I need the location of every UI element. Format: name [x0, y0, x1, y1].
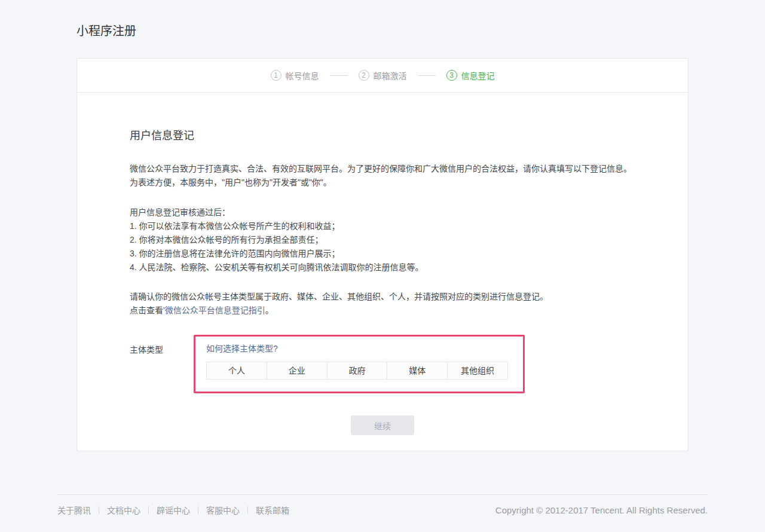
footer: 关于腾讯 文档中心 辟谣中心 客服中心 联系邮箱 Copyright © 201…: [57, 494, 708, 516]
continue-button[interactable]: 继续: [351, 415, 414, 435]
footer-link-service-center[interactable]: 客服中心: [206, 504, 240, 516]
view-prefix: 点击查看': [130, 305, 165, 315]
card-body: 用户信息登记 微信公众平台致力于打造真实、合法、有效的互联网平台。为了更好的保障…: [77, 93, 688, 451]
tab-government[interactable]: 政府: [327, 362, 387, 379]
copyright: Copyright © 2012-2017 Tencent. All Right…: [495, 505, 708, 515]
step-email-activation: 2 邮箱激活: [359, 69, 407, 81]
intro-line-1: 微信公众平台致力于打造真实、合法、有效的互联网平台。为了更好的保障你和广大微信用…: [130, 164, 632, 173]
tab-other-org[interactable]: 其他组织: [447, 362, 507, 379]
continue-row: 继续: [130, 415, 635, 435]
footer-link-doc-center[interactable]: 文档中心: [107, 504, 140, 516]
step-connector: [418, 75, 436, 76]
subject-type-highlight-box: 如何选择主体类型? 个人 企业 政府 媒体 其他组织: [194, 335, 525, 393]
step-1-label: 帐号信息: [286, 69, 319, 81]
footer-divider: [198, 506, 198, 514]
confirm-paragraph: 请确认你的微信公众帐号主体类型属于政府、媒体、企业、其他组织、个人，并请按照对应…: [130, 290, 635, 317]
step-connector: [330, 75, 348, 76]
step-1-circle-icon: 1: [271, 70, 281, 81]
tab-enterprise[interactable]: 企业: [267, 362, 327, 379]
review-list: 用户信息登记审核通过后： 1. 你可以依法享有本微信公众帐号所产生的权利和收益；…: [130, 206, 635, 274]
footer-divider: [99, 506, 99, 514]
list-item: 2. 你将对本微信公众帐号的所有行为承担全部责任；: [130, 233, 635, 247]
step-3-circle-icon: 3: [446, 70, 457, 81]
stepper: 1 帐号信息 2 邮箱激活 3 信息登记: [77, 59, 688, 93]
footer-link-rumor-center[interactable]: 辟谣中心: [157, 504, 190, 516]
section-heading: 用户信息登记: [130, 128, 635, 143]
list-item: 4. 人民法院、检察院、公安机关等有权机关可向腾讯依法调取你的注册信息等。: [130, 261, 635, 274]
step-info-registration: 3 信息登记: [446, 69, 495, 81]
list-item: 1. 你可以依法享有本微信公众帐号所产生的权利和收益；: [130, 219, 635, 233]
guide-link[interactable]: 微信公众平台信息登记指引: [165, 305, 265, 315]
page-title: 小程序注册: [76, 23, 765, 39]
step-2-label: 邮箱激活: [374, 69, 407, 81]
registration-card: 1 帐号信息 2 邮箱激活 3 信息登记 用户信息登记 微信公众平台致力于打造真…: [76, 58, 688, 451]
tab-media[interactable]: 媒体: [387, 362, 447, 379]
intro-line-2: 为表述方便，本服务中，"用户"也称为"开发者"或"你"。: [130, 178, 332, 187]
step-account-info: 1 帐号信息: [271, 69, 319, 81]
step-2-circle-icon: 2: [359, 70, 369, 81]
confirm-line: 请确认你的微信公众帐号主体类型属于政府、媒体、企业、其他组织、个人，并请按照对应…: [130, 292, 548, 301]
list-title: 用户信息登记审核通过后：: [130, 206, 635, 219]
footer-link-about-tencent[interactable]: 关于腾讯: [57, 504, 91, 516]
subject-help-link[interactable]: 如何选择主体类型?: [206, 343, 278, 355]
intro-paragraph: 微信公众平台致力于打造真实、合法、有效的互联网平台。为了更好的保障你和广大微信用…: [130, 162, 635, 189]
page: 小程序注册 1 帐号信息 2 邮箱激活 3 信息登记 用户信息登记 微信公众平台…: [0, 0, 765, 516]
footer-links: 关于腾讯 文档中心 辟谣中心 客服中心 联系邮箱: [57, 504, 289, 516]
tab-personal[interactable]: 个人: [207, 362, 267, 379]
step-3-label: 信息登记: [461, 69, 495, 81]
subject-type-label: 主体类型: [130, 335, 194, 393]
footer-divider: [247, 506, 248, 514]
footer-link-contact-email[interactable]: 联系邮箱: [256, 504, 289, 516]
list-item: 3. 你的注册信息将在法律允许的范围内向微信用户展示；: [130, 247, 635, 261]
subject-type-row: 主体类型 如何选择主体类型? 个人 企业 政府 媒体 其他组织: [130, 335, 635, 393]
view-suffix: 。: [265, 305, 274, 315]
subject-type-tabs: 个人 企业 政府 媒体 其他组织: [206, 362, 508, 380]
footer-divider: [148, 506, 149, 514]
